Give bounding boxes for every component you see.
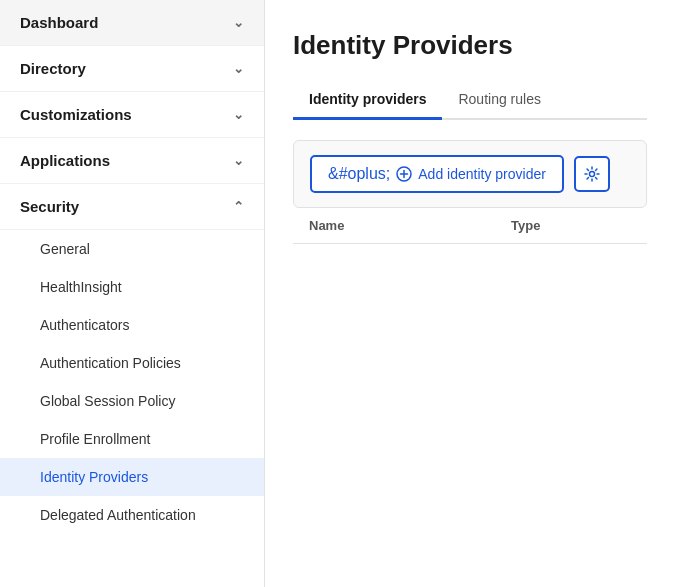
sidebar-item-customizations[interactable]: Customizations ⌄ bbox=[0, 92, 264, 138]
sidebar-item-label-customizations: Customizations bbox=[20, 106, 132, 123]
sidebar-item-global-session-policy[interactable]: Global Session Policy bbox=[0, 382, 264, 420]
sidebar-item-label-applications: Applications bbox=[20, 152, 110, 169]
column-header-type: Type bbox=[511, 218, 631, 233]
chevron-down-icon: ⌄ bbox=[233, 107, 244, 122]
sidebar-item-authenticators[interactable]: Authenticators bbox=[0, 306, 264, 344]
sidebar-item-security[interactable]: Security ⌃ bbox=[0, 184, 264, 230]
sidebar-item-directory[interactable]: Directory ⌄ bbox=[0, 46, 264, 92]
sidebar-item-label-dashboard: Dashboard bbox=[20, 14, 98, 31]
sidebar-item-delegated-authentication[interactable]: Delegated Authentication bbox=[0, 496, 264, 534]
sidebar-item-label-directory: Directory bbox=[20, 60, 86, 77]
tabs-bar: Identity providers Routing rules bbox=[293, 81, 647, 120]
sidebar-item-identity-providers[interactable]: Identity Providers bbox=[0, 458, 264, 496]
page-title: Identity Providers bbox=[293, 30, 647, 61]
main-content: Identity Providers Identity providers Ro… bbox=[265, 0, 675, 587]
chevron-down-icon: ⌄ bbox=[233, 15, 244, 30]
table-header: Name Type bbox=[293, 208, 647, 244]
add-identity-provider-label: Add identity provider bbox=[418, 166, 546, 182]
tab-routing-rules[interactable]: Routing rules bbox=[442, 81, 557, 120]
tab-identity-providers[interactable]: Identity providers bbox=[293, 81, 442, 120]
sidebar-item-applications[interactable]: Applications ⌄ bbox=[0, 138, 264, 184]
chevron-up-icon: ⌃ bbox=[233, 199, 244, 214]
sidebar-item-dashboard[interactable]: Dashboard ⌄ bbox=[0, 0, 264, 46]
add-identity-provider-button[interactable]: &#oplus; Add identity provider bbox=[310, 155, 564, 193]
toolbar: &#oplus; Add identity provider bbox=[293, 140, 647, 208]
sidebar-item-label-security: Security bbox=[20, 198, 79, 215]
chevron-down-icon: ⌄ bbox=[233, 153, 244, 168]
sidebar: Dashboard ⌄ Directory ⌄ Customizations ⌄… bbox=[0, 0, 265, 587]
settings-button[interactable] bbox=[574, 156, 610, 192]
sidebar-item-authentication-policies[interactable]: Authentication Policies bbox=[0, 344, 264, 382]
gear-icon bbox=[584, 166, 600, 182]
plus-circle-icon-svg bbox=[396, 166, 412, 182]
sidebar-item-profile-enrollment[interactable]: Profile Enrollment bbox=[0, 420, 264, 458]
column-header-name: Name bbox=[309, 218, 511, 233]
sidebar-item-healthinsight[interactable]: HealthInsight bbox=[0, 268, 264, 306]
plus-circle-icon: &#oplus; bbox=[328, 165, 390, 183]
svg-point-3 bbox=[589, 172, 594, 177]
sidebar-item-general[interactable]: General bbox=[0, 230, 264, 268]
chevron-down-icon: ⌄ bbox=[233, 61, 244, 76]
